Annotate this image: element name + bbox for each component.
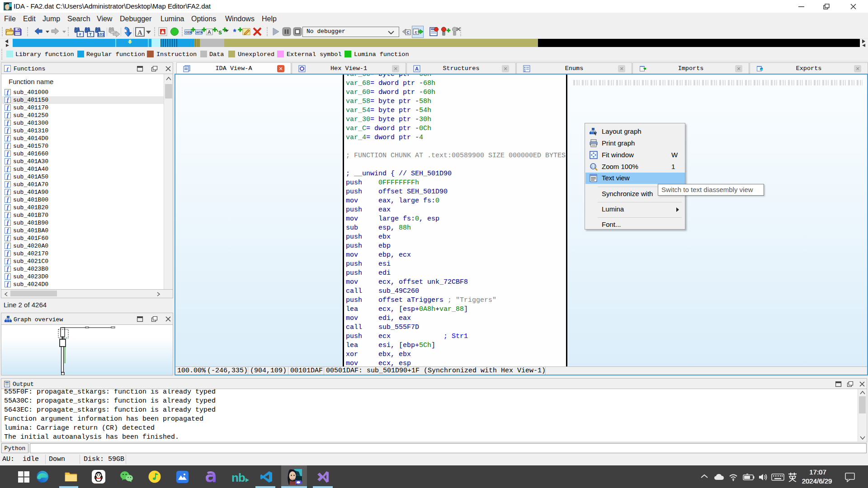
svg-text:DATA: DATA: [195, 31, 203, 34]
svg-text:A: A: [137, 29, 142, 36]
svg-text:‘s: ‘s: [217, 28, 222, 36]
svg-text:101: 101: [97, 32, 104, 37]
svg-text:1:1: 1:1: [591, 165, 595, 168]
svg-text:#: #: [79, 32, 81, 37]
svg-text:T: T: [89, 32, 92, 37]
svg-text:*: *: [233, 28, 236, 36]
svg-text:A: A: [208, 29, 211, 35]
svg-text:C: C: [406, 30, 410, 35]
svg-text:CODE: CODE: [184, 31, 193, 34]
svg-text:c: c: [415, 30, 417, 34]
